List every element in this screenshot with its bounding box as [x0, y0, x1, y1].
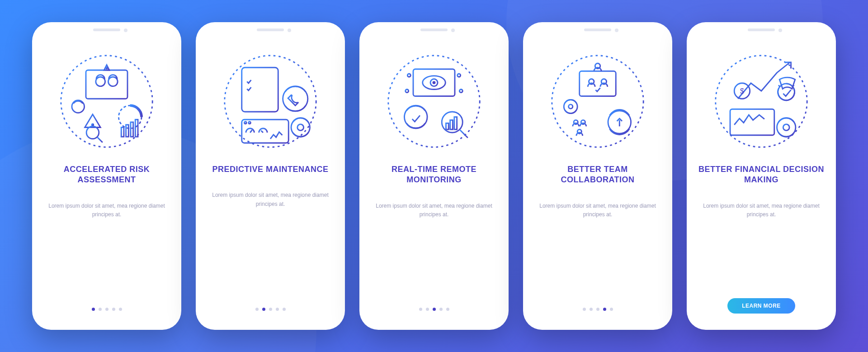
- onboarding-slide-4: BETTER TEAM COLLABORATIONLorem ipsum dol…: [523, 22, 672, 330]
- slide-illustration-icon: [546, 49, 650, 153]
- pagination-dot[interactable]: [269, 308, 272, 311]
- svg-rect-14: [126, 125, 129, 137]
- svg-point-17: [225, 56, 316, 147]
- svg-rect-13: [121, 128, 124, 137]
- svg-rect-1: [86, 70, 127, 99]
- slide-description: Lorem ipsum dolor sit amet, mea regione …: [370, 202, 498, 219]
- pagination-dot[interactable]: [439, 308, 443, 311]
- pagination-dot[interactable]: [105, 308, 108, 311]
- slide-description: Lorem ipsum dolor sit amet, mea regione …: [207, 191, 334, 208]
- svg-rect-60: [580, 71, 616, 96]
- svg-point-10: [86, 126, 99, 139]
- pagination-dot[interactable]: [433, 308, 436, 311]
- pagination-dot[interactable]: [590, 308, 593, 311]
- pagination-dot[interactable]: [276, 308, 279, 311]
- svg-point-43: [407, 74, 410, 77]
- pagination-dots: [419, 308, 449, 311]
- slide-description: Lorem ipsum dolor sit amet, mea regione …: [43, 202, 170, 219]
- pagination-dot[interactable]: [419, 308, 422, 311]
- slide-illustration-icon: [382, 49, 486, 153]
- onboarding-slide-3: REAL-TIME REMOTE MONITORINGLorem ipsum d…: [359, 22, 509, 330]
- pagination-dot[interactable]: [583, 308, 586, 311]
- slide-title: PREDICTIVE MAINTENANCE: [212, 164, 328, 175]
- pagination-dot[interactable]: [446, 308, 449, 311]
- slide-title: BETTER FINANCIAL DECISION MAKING: [698, 164, 825, 186]
- svg-line-55: [460, 130, 468, 138]
- onboarding-slide-5: $ BETTER FINANCIAL DECISION MAKINGLorem …: [687, 22, 836, 330]
- svg-point-30: [245, 122, 247, 124]
- onboarding-slide-1: ACCELERATED RISK ASSESSMENTLorem ipsum d…: [32, 22, 181, 330]
- svg-point-42: [433, 81, 436, 84]
- svg-point-6: [106, 67, 107, 68]
- svg-rect-57: [450, 120, 453, 129]
- pagination-dot[interactable]: [255, 308, 259, 311]
- pagination-dots: [92, 308, 122, 311]
- onboarding-background: ACCELERATED RISK ASSESSMENTLorem ipsum d…: [0, 0, 868, 352]
- slide-title: ACCELERATED RISK ASSESSMENT: [43, 164, 170, 186]
- pagination-dots: [255, 308, 286, 311]
- svg-rect-56: [446, 123, 448, 129]
- slide-title: REAL-TIME REMOTE MONITORING: [370, 164, 498, 186]
- svg-point-71: [569, 105, 573, 109]
- svg-point-4: [96, 77, 105, 86]
- svg-point-84: [783, 124, 789, 131]
- pagination-dot[interactable]: [119, 308, 122, 311]
- svg-line-32: [250, 130, 252, 133]
- svg-point-31: [249, 122, 251, 124]
- pagination-dot[interactable]: [596, 308, 599, 311]
- slide-illustration-icon: [218, 49, 322, 153]
- svg-rect-15: [131, 122, 133, 137]
- svg-line-33: [261, 130, 263, 133]
- slide-illustration-icon: $: [709, 49, 813, 153]
- slide-illustration-icon: [55, 49, 159, 153]
- pagination-dot[interactable]: [92, 308, 95, 311]
- svg-point-49: [406, 90, 409, 93]
- svg-rect-58: [454, 117, 457, 130]
- pagination-dot[interactable]: [426, 308, 429, 311]
- svg-point-46: [458, 74, 461, 77]
- svg-rect-16: [135, 119, 138, 137]
- svg-text:$: $: [740, 87, 744, 95]
- slide-title: BETTER TEAM COLLABORATION: [534, 164, 661, 186]
- slide-description: Lorem ipsum dolor sit amet, mea regione …: [698, 202, 825, 219]
- pagination-dot[interactable]: [262, 308, 265, 311]
- pagination-dot[interactable]: [99, 308, 102, 311]
- learn-more-button[interactable]: LEARN MORE: [727, 298, 795, 314]
- svg-point-35: [297, 124, 304, 131]
- pagination-dots: [583, 308, 613, 311]
- svg-point-5: [108, 77, 118, 86]
- slide-description: Lorem ipsum dolor sit amet, mea regione …: [534, 202, 661, 219]
- onboarding-slide-2: PREDICTIVE MAINTENANCELorem ipsum dolor …: [196, 22, 345, 330]
- svg-point-9: [92, 124, 93, 125]
- pagination-dot[interactable]: [283, 308, 286, 311]
- svg-point-51: [459, 90, 462, 93]
- pagination-dot[interactable]: [603, 308, 606, 311]
- pagination-dot[interactable]: [610, 308, 613, 311]
- svg-line-11: [97, 137, 103, 143]
- pagination-dot[interactable]: [112, 308, 115, 311]
